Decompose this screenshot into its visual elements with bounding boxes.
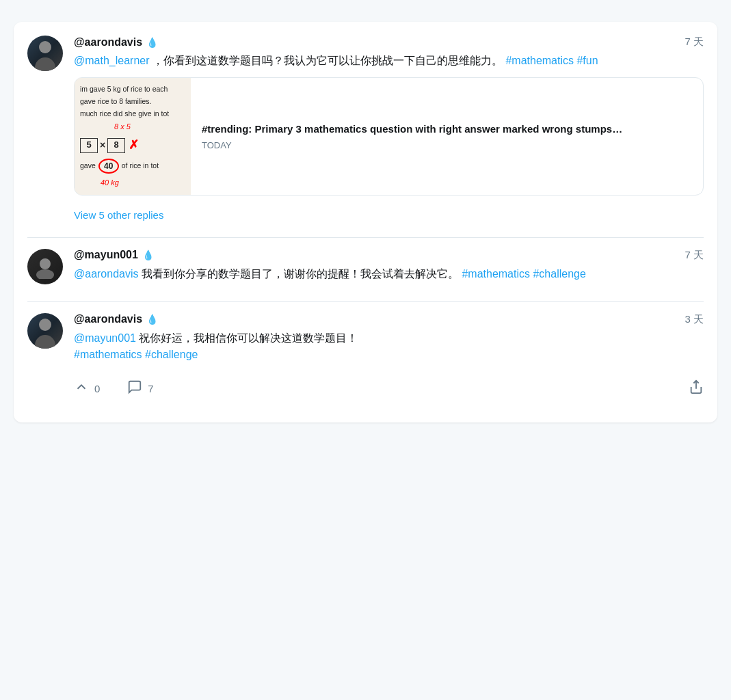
avatar-aarondavis-1 xyxy=(27,36,63,71)
svg-point-1 xyxy=(36,269,54,279)
avatar-aarondavis-3 xyxy=(27,313,63,349)
link-card-text-1: #trending: Primary 3 mathematics questio… xyxy=(191,78,633,195)
divider-1 xyxy=(27,237,704,238)
tweet-item-1: @aarondavis 💧 7 天 @math_learner ，你看到这道数学… xyxy=(27,36,704,226)
math-handwritten-2: 40 kg xyxy=(101,176,185,189)
tweet-text-1: @math_learner ，你看到这道数学题目吗？我认为它可以让你挑战一下自己… xyxy=(74,53,704,69)
num-5: 5 xyxy=(80,138,98,153)
tweet-header-1: @aarondavis 💧 7 天 xyxy=(74,36,704,49)
mention-math-learner[interactable]: @math_learner xyxy=(74,55,150,66)
times-sign: × xyxy=(100,137,105,154)
hashtag-mathematics-2[interactable]: #mathematics xyxy=(462,268,530,280)
comment-icon xyxy=(127,379,142,398)
link-card-title: #trending: Primary 3 mathematics questio… xyxy=(202,122,622,136)
feed-container: @aarondavis 💧 7 天 @math_learner ，你看到这道数学… xyxy=(0,0,731,444)
tweet-content-3: @aarondavis 💧 3 天 @mayun001 祝你好运，我相信你可以解… xyxy=(74,313,704,398)
num-8: 8 xyxy=(107,138,125,153)
upvote-button[interactable]: 0 xyxy=(74,379,100,398)
username-1: @aarondavis xyxy=(74,36,142,49)
tweet-item-3: @aarondavis 💧 3 天 @mayun001 祝你好运，我相信你可以解… xyxy=(27,313,704,398)
verified-icon-2: 💧 xyxy=(142,250,154,260)
avatar-mayun xyxy=(27,249,63,284)
tweet-content-2: @mayun001 💧 7 天 @aarondavis 我看到你分享的数学题目了… xyxy=(74,249,704,291)
text-part-3: 祝你好运，我相信你可以解决这道数学题目！ xyxy=(139,332,358,344)
tweet-time-2: 7 天 xyxy=(685,249,704,262)
hashtag-mathematics-3[interactable]: #mathematics xyxy=(74,349,142,360)
link-card-image-1: im gave 5 kg of rice to each gave rice t… xyxy=(75,78,191,195)
math-row-answer: 5 × 8 ✗ xyxy=(80,135,185,156)
math-row-result: gave 40 of rice in tot xyxy=(80,159,185,174)
of-rice-text: of rice in tot xyxy=(122,160,159,172)
divider-2 xyxy=(27,301,704,302)
hashtag-challenge-2[interactable]: #challenge xyxy=(145,349,198,360)
link-card-date: TODAY xyxy=(202,140,622,150)
share-button[interactable] xyxy=(689,379,704,398)
tweet-text-3: @mayun001 祝你好运，我相信你可以解决这道数学题目！ #mathemat… xyxy=(74,330,704,363)
mention-aarondavis-1[interactable]: @aarondavis xyxy=(74,268,139,280)
tweet-actions-3: 0 7 xyxy=(74,373,704,398)
tweet-time-3: 3 天 xyxy=(685,313,704,326)
hashtag-mathematics-1[interactable]: #mathematics xyxy=(505,55,574,66)
verified-icon-3: 💧 xyxy=(146,314,158,325)
tweet-header-3: @aarondavis 💧 3 天 xyxy=(74,313,704,326)
math-problem-image: im gave 5 kg of rice to each gave rice t… xyxy=(75,78,191,195)
math-line-2: gave rice to 8 families. xyxy=(80,96,185,108)
upvote-count: 0 xyxy=(94,383,100,394)
username-3: @aarondavis xyxy=(74,313,142,325)
username-2: @mayun001 xyxy=(74,249,138,261)
upvote-svg xyxy=(74,379,89,394)
hashtag-challenge-1[interactable]: #challenge xyxy=(533,268,585,280)
share-svg xyxy=(689,379,704,394)
view-replies-link[interactable]: View 5 other replies xyxy=(74,204,163,226)
tweet-user-2: @mayun001 💧 xyxy=(74,249,154,261)
link-card-1[interactable]: im gave 5 kg of rice to each gave rice t… xyxy=(74,77,704,196)
comment-count: 7 xyxy=(148,383,153,394)
tweet-user-3: @aarondavis 💧 xyxy=(74,313,158,325)
tweet-item-2: @mayun001 💧 7 天 @aarondavis 我看到你分享的数学题目了… xyxy=(27,249,704,291)
circled-40: 40 xyxy=(98,159,119,174)
text-part-1: ，你看到这道数学题目吗？我认为它可以让你挑战一下自己的思维能力。 xyxy=(152,55,505,66)
upvote-icon xyxy=(74,379,89,398)
svg-point-0 xyxy=(40,258,51,269)
math-line-3: much rice did she give in tot xyxy=(80,108,185,120)
cross-mark: ✗ xyxy=(129,135,139,156)
tweet-user-1: @aarondavis 💧 xyxy=(74,36,158,49)
tweet-text-2: @aarondavis 我看到你分享的数学题目了，谢谢你的提醒！我会试着去解决它… xyxy=(74,266,704,282)
tweet-thread: @aarondavis 💧 7 天 @math_learner ，你看到这道数学… xyxy=(14,22,717,422)
comment-svg xyxy=(127,379,142,394)
math-line-1: im gave 5 kg of rice to each xyxy=(80,83,185,96)
comment-button[interactable]: 7 xyxy=(127,379,153,398)
verified-icon-1: 💧 xyxy=(146,37,158,48)
mayun-avatar-svg xyxy=(33,254,57,279)
avatar-mayun-inner xyxy=(27,249,63,284)
hashtag-fun[interactable]: #fun xyxy=(576,55,598,66)
tweet-time-1: 7 天 xyxy=(685,36,704,49)
gave-text: gave xyxy=(80,160,96,172)
text-part-2: 我看到你分享的数学题目了，谢谢你的提醒！我会试着去解决它。 xyxy=(142,268,459,280)
tweet-header-2: @mayun001 💧 7 天 xyxy=(74,249,704,262)
tweet-content-1: @aarondavis 💧 7 天 @math_learner ，你看到这道数学… xyxy=(74,36,704,226)
math-handwritten-1: 8 x 5 xyxy=(114,120,185,133)
mention-mayun001[interactable]: @mayun001 xyxy=(74,332,136,344)
